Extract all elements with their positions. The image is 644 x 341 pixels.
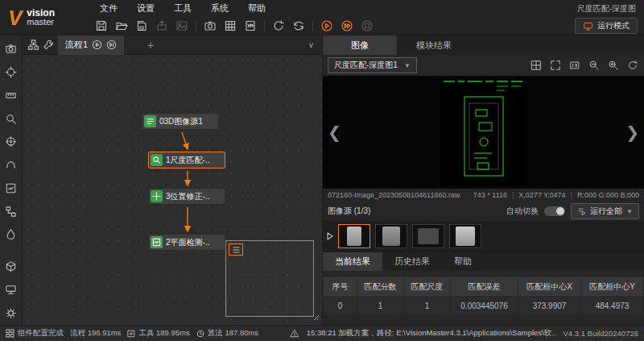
node-menu-chip[interactable] [229,243,243,256]
contour-curve-icon[interactable] [3,158,19,173]
run-once-icon[interactable] [319,19,335,34]
chevron-down-icon: ▼ [626,208,633,215]
image-source-dropdown-value: 尺度匹配-深度图1 [334,60,398,71]
menu-settings[interactable]: 设置 [127,2,164,15]
measure-ruler-icon[interactable] [3,89,19,103]
run-flow-once-icon[interactable] [92,40,102,50]
result-tabs: 当前结果 历史结果 帮助 [323,252,644,271]
cell-match-error: 0.003445076 [451,297,518,316]
tab-current-result[interactable]: 当前结果 [323,252,382,271]
thumbnail-4[interactable] [449,224,481,248]
recognition-magnifier-icon[interactable] [3,111,19,126]
zoom-out-icon[interactable] [587,59,601,73]
3d-cube-icon[interactable] [3,260,19,274]
result-table: 序号 匹配分数 匹配尺度 匹配误差 匹配框中心X 匹配框中心Y 匹配框宽 0 1 [323,277,644,316]
auto-switch-label: 自动切换 [506,206,539,217]
hierarchy-icon[interactable] [27,39,39,51]
export-icon[interactable] [154,19,170,34]
canvas-resize-grip[interactable] [312,313,320,322]
visionmaster-app: V vision master 文件 设置 工具 系统 帮助 尺度匹配-深度图 [0,0,644,341]
logo-v-icon: V [8,7,22,28]
wrench-icon[interactable] [43,39,55,51]
cell-center-x: 373.9907 [518,297,581,316]
location-crosshair-icon[interactable] [3,65,19,80]
tab-history-result[interactable]: 历史结果 [382,252,442,271]
status-message: 15:38:21 加载方案，路径: E:\VisionMaster4.3.1\A… [307,328,556,339]
col-match-scale: 匹配尺度 [404,277,451,297]
image-icon[interactable] [174,19,190,34]
table-row[interactable]: 0 1 1 0.003445076 373.9907 484.4973 657.… [324,297,644,316]
run-flow-continuous-icon[interactable] [106,40,117,50]
flow-node-plane-detect[interactable]: 2平面检测-.. [148,234,225,251]
play-strip-icon[interactable] [327,232,333,240]
flow-node-position-fix[interactable]: 3位置修正-.. [148,188,225,205]
menubar: 文件 设置 工具 系统 帮助 [90,2,275,15]
node-match-icon [151,154,163,166]
chevron-down-icon[interactable]: ∨ [308,40,317,49]
toolbar-separator [196,20,196,31]
color-droplet-icon[interactable] [3,227,19,242]
vm-doc-icon[interactable] [242,19,258,34]
run-continuous-icon[interactable] [339,19,355,34]
image-source-bar: 图像源 (1/3) 自动切换 运行全部 ▼ [323,202,644,221]
stop-icon[interactable] [359,19,375,34]
node-label: 1尺度匹配-.. [166,155,209,166]
cell-index: 0 [324,297,357,316]
split-grid-icon[interactable] [529,59,543,73]
prev-image-arrow[interactable]: ❮ [324,118,345,147]
tab-image[interactable]: 图像 [323,35,397,55]
defect-detect-icon[interactable] [3,181,19,196]
save-as-icon[interactable] [134,19,150,34]
loop-icon[interactable] [291,19,307,34]
menu-help[interactable]: 帮助 [238,2,275,15]
thumbnail-2[interactable] [375,224,407,248]
tab-help[interactable]: 帮助 [442,252,484,271]
table-header-row: 序号 匹配分数 匹配尺度 匹配误差 匹配框中心X 匹配框中心Y 匹配框宽 [324,277,644,297]
tab-flow1[interactable]: 流程1 [58,35,124,55]
component-status-text: 组件配置完成 [18,328,64,339]
depth-image [440,77,527,185]
monitor-icon [583,21,593,31]
run-mode-button[interactable]: 运行模式 [575,18,638,34]
calibration-target-icon[interactable] [3,135,19,149]
fit-window-icon[interactable] [548,59,562,73]
auto-switch-toggle[interactable] [544,206,565,216]
camera-icon[interactable] [202,19,218,34]
flow-node-scale-match[interactable]: 1尺度匹配-.. [148,152,225,168]
menu-tools[interactable]: 工具 [164,2,201,15]
image-filename: 072160-Image_20230508104611660.raw [328,191,460,199]
open-folder-icon[interactable] [114,19,130,34]
flow-canvas[interactable]: 03D图像源1 1尺度匹配-.. 3位置修正-.. 2平面检测-.. [23,55,322,325]
add-flow-tab-button[interactable]: + [143,39,158,52]
menu-file[interactable]: 文件 [90,2,127,15]
tool-sidebar [0,35,23,325]
menu-system[interactable]: 系统 [201,2,238,15]
tab-module-result[interactable]: 模块结果 [397,35,471,55]
logic-flow-icon[interactable] [3,204,19,218]
refresh-icon[interactable] [625,59,639,73]
run-all-button[interactable]: 运行全部 ▼ [571,203,639,219]
grid-icon[interactable] [222,19,238,34]
tool-time: 工具 189.95ms [138,328,189,339]
acquisition-camera-icon[interactable] [3,42,19,56]
viewer-subbar: 尺度匹配-深度图1 ▼ [323,55,644,76]
node-label: 03D图像源1 [159,116,203,127]
thumbnail-1[interactable] [338,224,370,248]
component-status-icon [6,329,14,338]
image-source-dropdown[interactable]: 尺度匹配-深度图1 ▼ [328,57,417,73]
rotate-icon[interactable] [270,19,287,34]
flow-node-3d-image-source[interactable]: 03D图像源1 [142,113,219,130]
algorithm-time: 算法 187.80ms [208,328,258,339]
actual-size-icon[interactable] [568,59,581,73]
communication-icon[interactable] [3,283,19,297]
save-icon[interactable] [93,19,109,34]
flow-panel: 流程1 + ∨ [23,35,322,325]
thumbnail-3[interactable] [412,224,444,248]
algorithm-time-icon [196,330,204,338]
node-position-icon [151,190,163,202]
zoom-in-icon[interactable] [606,59,620,73]
image-viewer[interactable]: ❮ ❯ [323,76,644,189]
next-image-arrow[interactable]: ❯ [622,118,642,147]
settings-gear-icon[interactable] [3,306,19,320]
toolbar-separator [312,20,313,31]
